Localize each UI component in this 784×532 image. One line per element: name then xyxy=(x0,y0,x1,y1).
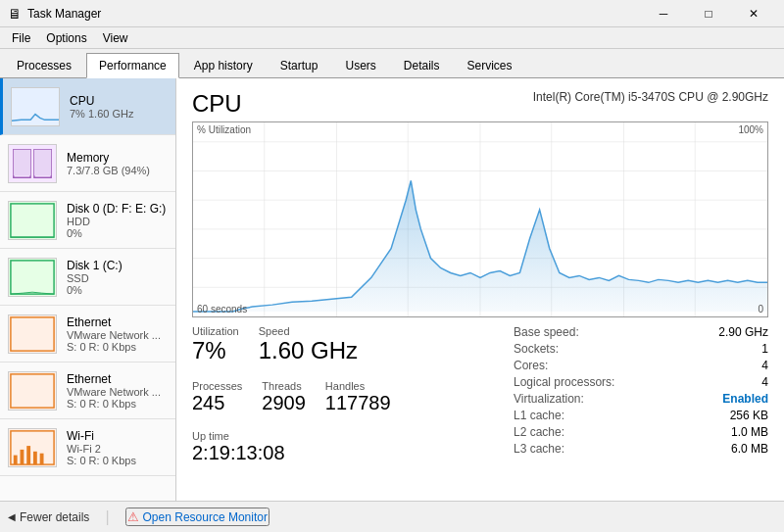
handles-label: Handles xyxy=(325,380,391,392)
speed-value: 1.60 GHz xyxy=(259,337,358,364)
sidebar-item-memory[interactable]: Memory 7.3/7.8 GB (94%) xyxy=(0,135,175,192)
cpu-sidebar-info: CPU 7% 1.60 GHz xyxy=(70,94,168,120)
sockets-label: Sockets: xyxy=(514,342,559,356)
stat-uptime: Up time 2:19:13:08 xyxy=(192,430,514,464)
processes-value: 245 xyxy=(192,392,242,414)
menu-options[interactable]: Options xyxy=(38,27,94,48)
title-bar: 🖥 Task Manager ─ □ ✕ xyxy=(0,0,784,27)
chart-y-label: % Utilization xyxy=(197,124,251,135)
threads-value: 2909 xyxy=(262,392,306,414)
tab-startup[interactable]: Startup xyxy=(268,52,331,77)
l2cache-label: L2 cache: xyxy=(514,425,564,439)
tab-bar: Processes Performance App history Startu… xyxy=(0,49,784,78)
disk1-mini-chart xyxy=(8,258,57,297)
tab-processes[interactable]: Processes xyxy=(4,52,84,77)
eth0-sidebar-name: Ethernet xyxy=(67,315,168,329)
virtualization-label: Virtualization: xyxy=(514,392,584,406)
divider: | xyxy=(105,508,109,526)
handles-value: 117789 xyxy=(325,392,391,414)
main-content: CPU 7% 1.60 GHz Memory 7.3/7.8 GB (94%) xyxy=(0,78,784,501)
stat-utilization: Utilization 7% xyxy=(192,325,239,364)
cpu-sidebar-name: CPU xyxy=(70,94,168,108)
disk0-mini-chart xyxy=(8,201,57,240)
utilization-label: Utilization xyxy=(192,325,239,337)
cpu-chart: % Utilization 100% 60 seconds 0 xyxy=(192,121,768,317)
stat-l1cache: L1 cache: 256 KB xyxy=(514,409,768,422)
stat-l3cache: L3 cache: 6.0 MB xyxy=(514,442,768,456)
tab-performance[interactable]: Performance xyxy=(86,53,179,78)
svg-rect-7 xyxy=(11,316,54,350)
open-resource-monitor-label: Open Resource Monitor xyxy=(143,510,268,524)
disk1-sidebar-sub2: 0% xyxy=(67,284,168,296)
stat-base-speed: Base speed: 2.90 GHz xyxy=(514,325,768,339)
sidebar-item-cpu[interactable]: CPU 7% 1.60 GHz xyxy=(0,78,175,135)
sidebar-item-ethernet1[interactable]: Ethernet VMware Network ... S: 0 R: 0 Kb… xyxy=(0,363,175,419)
open-resource-monitor-button[interactable]: ⚠ Open Resource Monitor xyxy=(125,508,270,526)
eth1-sidebar-name: Ethernet xyxy=(67,372,168,386)
memory-mini-chart xyxy=(8,144,57,183)
tab-services[interactable]: Services xyxy=(455,52,525,77)
sidebar: CPU 7% 1.60 GHz Memory 7.3/7.8 GB (94%) xyxy=(0,78,176,501)
l1cache-label: L1 cache: xyxy=(514,409,564,422)
disk1-sidebar-info: Disk 1 (C:) SSD 0% xyxy=(67,259,168,296)
stat-processes: Processes 245 xyxy=(192,380,242,414)
svg-rect-10 xyxy=(14,455,18,464)
memory-sidebar-info: Memory 7.3/7.8 GB (94%) xyxy=(67,151,168,176)
chart-y-min: 0 xyxy=(758,304,763,314)
stat-l2cache: L2 cache: 1.0 MB xyxy=(514,425,768,439)
menu-view[interactable]: View xyxy=(95,27,136,48)
svg-rect-8 xyxy=(11,373,54,407)
cpu-mini-chart xyxy=(11,87,60,126)
speed-label: Speed xyxy=(259,325,358,337)
l2cache-value: 1.0 MB xyxy=(731,425,768,439)
window-title: Task Manager xyxy=(27,7,641,21)
virtualization-value: Enabled xyxy=(722,392,768,406)
logical-processors-label: Logical processors: xyxy=(514,375,614,389)
svg-rect-12 xyxy=(26,446,30,464)
stat-virtualization: Virtualization: Enabled xyxy=(514,392,768,406)
disk1-sidebar-name: Disk 1 (C:) xyxy=(67,259,168,272)
processes-label: Processes xyxy=(192,380,242,392)
chart-y-max: 100% xyxy=(738,124,763,135)
sidebar-item-wifi[interactable]: Wi-Fi Wi-Fi 2 S: 0 R: 0 Kbps xyxy=(0,419,175,476)
wifi-sidebar-sub1: Wi-Fi 2 xyxy=(67,443,168,455)
l3cache-label: L3 cache: xyxy=(514,442,564,456)
sidebar-item-ethernet0[interactable]: Ethernet VMware Network ... S: 0 R: 0 Kb… xyxy=(0,306,175,363)
chevron-left-icon: ◀ xyxy=(8,511,16,522)
utilization-value: 7% xyxy=(192,337,239,364)
tab-users[interactable]: Users xyxy=(332,52,388,77)
chart-x-label: 60 seconds xyxy=(197,304,247,314)
stats-left: Utilization 7% Speed 1.60 GHz Processes … xyxy=(192,325,514,472)
cpu-model: Intel(R) Core(TM) i5-3470S CPU @ 2.90GHz xyxy=(533,90,768,104)
tab-details[interactable]: Details xyxy=(391,52,453,77)
stat-handles: Handles 117789 xyxy=(325,380,391,414)
wifi-sidebar-info: Wi-Fi Wi-Fi 2 S: 0 R: 0 Kbps xyxy=(67,429,168,466)
memory-sidebar-sub: 7.3/7.8 GB (94%) xyxy=(67,165,168,176)
minimize-button[interactable]: ─ xyxy=(641,0,686,27)
eth0-sidebar-sub1: VMware Network ... xyxy=(67,329,168,341)
eth1-mini-chart xyxy=(8,371,57,411)
stat-sockets: Sockets: 1 xyxy=(514,342,768,356)
tab-app-history[interactable]: App history xyxy=(181,52,266,77)
menu-bar: File Options View xyxy=(0,27,784,49)
right-panel: CPU Intel(R) Core(TM) i5-3470S CPU @ 2.9… xyxy=(176,78,784,501)
wifi-mini-chart xyxy=(8,428,57,467)
fewer-details-label: Fewer details xyxy=(20,510,89,524)
eth1-sidebar-sub1: VMware Network ... xyxy=(67,386,168,398)
l3cache-value: 6.0 MB xyxy=(731,442,768,456)
sidebar-item-disk1[interactable]: Disk 1 (C:) SSD 0% xyxy=(0,249,175,306)
app-icon: 🖥 xyxy=(8,6,22,22)
fewer-details-button[interactable]: ◀ Fewer details xyxy=(8,510,89,524)
close-button[interactable]: ✕ xyxy=(731,0,776,27)
stat-cores: Cores: 4 xyxy=(514,359,768,372)
eth0-mini-chart xyxy=(8,314,57,354)
sidebar-item-disk0[interactable]: Disk 0 (D: F: E: G:) HDD 0% xyxy=(0,192,175,249)
wifi-sidebar-name: Wi-Fi xyxy=(67,429,168,443)
threads-label: Threads xyxy=(262,380,306,392)
svg-rect-14 xyxy=(40,453,44,463)
menu-file[interactable]: File xyxy=(4,27,38,48)
svg-rect-11 xyxy=(21,449,24,463)
maximize-button[interactable]: □ xyxy=(686,0,731,27)
svg-rect-3 xyxy=(34,149,51,175)
disk0-sidebar-info: Disk 0 (D: F: E: G:) HDD 0% xyxy=(67,202,168,239)
